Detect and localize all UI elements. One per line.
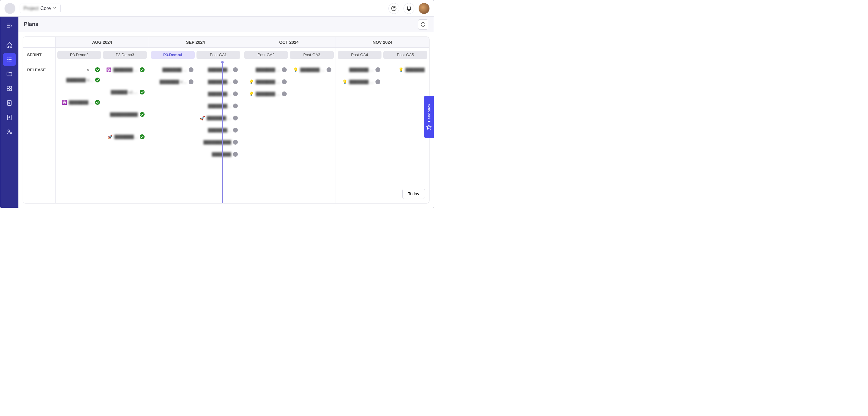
status-todo-icon xyxy=(233,103,238,108)
workspace-avatar[interactable] xyxy=(4,3,16,14)
today-button[interactable]: Today xyxy=(402,189,425,199)
release-item-label: ███████ … xyxy=(256,80,280,84)
release-item-label: ███████ xyxy=(405,68,425,72)
status-done-icon xyxy=(140,134,145,139)
svg-point-7 xyxy=(9,102,10,104)
release-item-label: ███████ … xyxy=(349,68,374,72)
sprint-chip[interactable]: Post-GA1 xyxy=(196,51,240,59)
release-item-label: ███████ xyxy=(212,152,231,157)
status-todo-icon xyxy=(233,91,238,96)
release-item[interactable]: ███████ … xyxy=(245,65,288,75)
status-done-icon xyxy=(140,112,145,117)
svg-rect-4 xyxy=(7,89,9,91)
status-done-icon xyxy=(140,67,145,72)
release-item[interactable]: 💡███████ xyxy=(383,65,426,75)
release-item[interactable]: 💡███████ … xyxy=(245,77,288,87)
status-todo-icon xyxy=(189,80,193,84)
svg-marker-11 xyxy=(427,125,431,129)
sidebar-item-home[interactable] xyxy=(3,38,16,52)
release-item-label: ███████ … xyxy=(256,68,280,72)
svg-rect-6 xyxy=(7,100,11,106)
status-done-icon xyxy=(140,90,145,94)
release-item[interactable]: ██████ v2.… xyxy=(103,87,146,97)
sidebar-item-settings-doc[interactable] xyxy=(3,96,16,110)
sidebar-item-download[interactable] xyxy=(3,111,16,124)
release-item[interactable]: 🚀███████ … xyxy=(196,113,239,123)
sidebar-expand[interactable] xyxy=(3,19,16,32)
status-todo-icon xyxy=(233,80,238,84)
timeline: AUG 2024 SEP 2024 OCT 2024 NOV 2024 SPRI… xyxy=(23,36,430,204)
sprint-chip[interactable]: P3.Demo3 xyxy=(103,51,147,59)
status-done-icon xyxy=(95,78,100,82)
release-item[interactable]: ███████ V… xyxy=(59,75,101,85)
status-todo-icon xyxy=(233,67,238,72)
release-item[interactable]: 💡███████ … xyxy=(339,77,381,87)
release-item[interactable]: 💡███████ … xyxy=(290,65,332,75)
sidebar-item-plans[interactable] xyxy=(3,53,16,66)
release-item[interactable]: ⚛️███████ … xyxy=(103,65,146,75)
feedback-tab[interactable]: Feedback xyxy=(424,96,434,138)
sidebar-item-folders[interactable] xyxy=(3,67,16,81)
status-todo-icon xyxy=(233,152,238,157)
release-section: RELEASE V…███████ V…⚛️███████ …⚛️███████… xyxy=(23,62,429,203)
sprint-chip[interactable]: Post-GA3 xyxy=(290,51,334,59)
release-item[interactable]: ███████… xyxy=(196,101,239,111)
release-item-label: ███████ … xyxy=(349,80,374,84)
notifications-button[interactable] xyxy=(404,3,414,14)
project-selector[interactable]: Project Core xyxy=(20,4,61,13)
feedback-label: Feedback xyxy=(427,103,431,122)
subheader: Plans xyxy=(19,17,434,32)
release-item[interactable]: V… xyxy=(59,65,101,75)
release-item[interactable]: ██████████ xyxy=(196,137,239,147)
release-item[interactable]: ███████ … xyxy=(152,65,195,75)
sidebar-item-user-settings[interactable] xyxy=(3,125,16,139)
svg-rect-2 xyxy=(7,86,9,88)
release-item[interactable]: ███████ V… xyxy=(152,77,195,87)
topbar: Project Core xyxy=(0,0,434,17)
sprint-chip[interactable]: P3.Demo2 xyxy=(57,51,101,59)
release-item[interactable]: ⚛️███████ … xyxy=(59,97,101,108)
help-button[interactable] xyxy=(389,3,399,14)
release-item-label: ███████… xyxy=(208,68,231,72)
release-emoji-icon: ⚛️ xyxy=(62,100,67,105)
status-todo-icon xyxy=(375,67,380,72)
release-item-label: ███████… xyxy=(208,80,231,84)
release-item[interactable]: 💡███████ … xyxy=(245,89,288,99)
status-done-icon xyxy=(95,67,100,72)
chevron-down-icon xyxy=(53,6,57,11)
release-item-label: ██████ v2.… xyxy=(111,90,137,94)
release-item[interactable]: ███████… xyxy=(196,125,239,135)
refresh-button[interactable] xyxy=(418,19,428,30)
release-emoji-icon: 🚀 xyxy=(107,134,113,139)
release-item[interactable]: ██████████ xyxy=(103,109,146,120)
sprint-chip[interactable]: Post-GA4 xyxy=(338,51,382,59)
page-title: Plans xyxy=(24,21,38,27)
release-item-label: V… xyxy=(87,68,94,72)
release-item-label: ███████ … xyxy=(256,92,280,96)
status-todo-icon xyxy=(282,91,287,96)
sprint-chip[interactable]: P3.Demo4 xyxy=(151,51,195,59)
release-item[interactable]: ███████ … xyxy=(339,65,381,75)
release-item-label: ██████████ xyxy=(110,112,137,117)
release-item[interactable]: 🚀███████… xyxy=(103,131,146,142)
release-item-label: ███████ … xyxy=(207,116,231,120)
sprint-chip[interactable]: Post-GA5 xyxy=(383,51,427,59)
release-item[interactable]: ███████ xyxy=(196,149,239,159)
user-avatar[interactable] xyxy=(418,3,430,14)
release-item[interactable]: ███████… xyxy=(196,65,239,75)
release-item[interactable]: ███████… xyxy=(196,89,239,99)
release-item-label: ██████████ xyxy=(204,140,231,145)
release-item-label: ███████… xyxy=(208,104,231,108)
status-todo-icon xyxy=(189,67,193,72)
status-todo-icon xyxy=(233,128,238,132)
sidebar-item-modules[interactable] xyxy=(3,82,16,95)
status-done-icon xyxy=(95,100,100,105)
release-emoji-icon: 💡 xyxy=(342,80,347,84)
status-todo-icon xyxy=(327,67,331,72)
svg-point-1 xyxy=(394,9,394,10)
release-item-label: ███████ … xyxy=(113,68,137,72)
month-header: AUG 2024 xyxy=(56,37,149,48)
release-item[interactable]: ███████… xyxy=(196,77,239,87)
release-item-label: ███████… xyxy=(208,128,231,132)
sprint-chip[interactable]: Post-GA2 xyxy=(244,51,288,59)
